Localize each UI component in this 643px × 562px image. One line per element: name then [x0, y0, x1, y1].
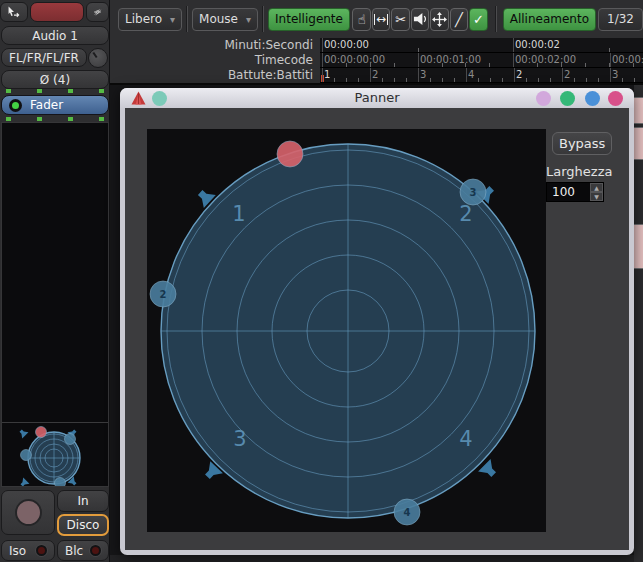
processor-box[interactable] [1, 122, 109, 487]
ruler-minor-tick [622, 78, 623, 82]
ruler-minor-tick [418, 48, 419, 52]
spin-up-button[interactable]: ▲ [590, 183, 603, 192]
solo-isolate-led [36, 545, 47, 556]
speaker-icon [19, 478, 30, 486]
monitor-input-button[interactable]: In [57, 490, 109, 512]
width-value: 100 [547, 183, 590, 201]
solo-isolate-button[interactable]: Iso [1, 540, 55, 561]
ruler-minor-tick [334, 78, 335, 82]
line-icon: ╱ [455, 12, 463, 27]
speaker-number-label: 1 [232, 202, 245, 226]
ruler-minor-tick [358, 78, 359, 82]
spin-down-button[interactable]: ▼ [590, 192, 603, 201]
speaker-number-label: 4 [459, 427, 472, 451]
fader-active-led[interactable] [9, 99, 22, 112]
ruler-minor-tick [346, 78, 347, 82]
edit-tool-button[interactable]: ✓ [469, 8, 487, 31]
panner-handle-red[interactable] [36, 427, 47, 438]
cut-tool-button[interactable]: ✂ [391, 8, 409, 31]
speaker-icon [413, 12, 428, 26]
ruler-lane-minutes-seconds[interactable]: 00:00:0000:00:02 [320, 38, 643, 53]
eye-slash-icon [93, 5, 102, 19]
panner-handle-red[interactable] [55, 478, 66, 487]
width-spinbox[interactable]: 100 ▲ ▼ [546, 182, 604, 202]
edit-point-dropdown[interactable]: Libero ▾ [118, 8, 182, 31]
dialog-title: Panner [120, 90, 634, 105]
ruler-major-tick [562, 68, 563, 82]
ruler-minor-tick [634, 78, 635, 82]
toolbar-separator [186, 6, 188, 32]
ruler-minor-tick [490, 78, 491, 82]
ruler-mark: 2 [516, 69, 522, 80]
fader-processor-button[interactable]: Fader [1, 95, 109, 115]
bypass-button[interactable]: Bypass [552, 132, 612, 155]
record-enable-button[interactable] [30, 2, 84, 22]
ruler-major-tick [466, 68, 467, 82]
window-dot-green-icon[interactable] [560, 91, 575, 106]
ruler-major-tick [418, 53, 419, 67]
editor-toolbar: Libero ▾ Mouse ▾ Intelligente ☝ ↔ ✂ [110, 0, 643, 38]
speaker-icon [18, 428, 29, 439]
panner-2d-canvas[interactable]: 1234234 [147, 129, 546, 532]
speaker-number-label: 2 [459, 202, 472, 226]
mouse-mode-dropdown[interactable]: Mouse ▾ [192, 8, 258, 31]
dialog-titlebar[interactable]: Panner [120, 88, 634, 108]
record-blink-lamp [15, 499, 42, 526]
ruler-minor-tick [586, 78, 587, 82]
panner-dialog: Panner 1234234 Bypass Larghezza 100 ▲ ▼ [120, 88, 634, 555]
ruler-mark: 00:00:02 [515, 39, 560, 50]
ruler-mark: 3 [612, 69, 618, 80]
phase-invert-button[interactable]: Ø (4) [1, 70, 109, 89]
window-dot-blue-icon[interactable] [585, 91, 600, 106]
ruler-label-minutes-seconds[interactable]: Minuti:Secondi [110, 38, 320, 53]
ruler-mark: 3 [420, 69, 426, 80]
panner-handle-red[interactable] [65, 434, 76, 445]
timeline-rulers: Minuti:Secondi 00:00:0000:00:02 Timecode… [110, 38, 643, 85]
ruler-major-tick [322, 38, 323, 52]
solo-isolate-label: Iso [9, 544, 26, 558]
solo-lock-button[interactable]: Blc [57, 540, 109, 561]
routing-button[interactable]: FL/FR/FL/FR [1, 48, 87, 67]
monitor-disk-button[interactable]: Disco [57, 514, 109, 536]
ruler-major-tick [513, 38, 514, 52]
ruler-minor-tick [430, 78, 431, 82]
checkbox-check-icon: ✓ [473, 12, 484, 27]
align-button[interactable]: Allineamento [503, 8, 596, 31]
ruler-mark: 2 [564, 69, 570, 80]
ruler-major-tick [370, 68, 371, 82]
ruler-label-timecode[interactable]: Timecode [110, 53, 320, 68]
ruler-mark: 00:00:00 [324, 39, 369, 50]
ruler-lane-bars-beats[interactable]: 1234223 [320, 68, 643, 83]
editor-track-area-sliver [634, 85, 643, 562]
hide-track-button[interactable] [86, 2, 109, 22]
audio-region-fragment [634, 224, 643, 269]
drag-tool-button[interactable] [0, 2, 28, 22]
ruler-label-bars-beats[interactable]: Battute:Battiti [110, 68, 320, 83]
panner-preview[interactable] [2, 422, 108, 486]
panner-handle-red[interactable] [277, 141, 303, 167]
hand-icon: ☝ [358, 12, 366, 27]
panner-handle-label: 3 [470, 187, 477, 198]
draw-tool-button[interactable]: ╱ [450, 8, 468, 31]
window-dot-lavender-icon[interactable] [536, 91, 551, 106]
smart-mode-button[interactable]: Intelligente [268, 8, 350, 31]
track-name-button[interactable]: Audio 1 [1, 26, 109, 45]
window-dot-pink-icon[interactable] [608, 91, 623, 106]
stretch-tool-button[interactable] [430, 8, 448, 31]
ruler-minor-tick [598, 78, 599, 82]
record-blink-button[interactable] [1, 490, 55, 535]
trim-knob[interactable] [88, 48, 108, 68]
solo-lock-led [90, 545, 101, 556]
range-arrows-icon: ↔ [374, 14, 388, 25]
range-tool-button[interactable]: ↔ [372, 8, 390, 31]
grab-tool-button[interactable]: ☝ [352, 8, 370, 31]
ruler-lane-timecode[interactable]: 00:00:00:0000:00:01:0000:00:02:0000:00:0… [320, 53, 643, 68]
editor-mixer-strip: Audio 1 FL/FR/FL/FR Ø (4) Fader In Disco… [0, 0, 110, 562]
grid-setting-button[interactable]: 1/32 [598, 8, 643, 31]
audition-tool-button[interactable] [411, 8, 429, 31]
audio-region-fragment [634, 97, 643, 124]
ruler-major-tick [322, 68, 323, 82]
ruler-mark: 1 [324, 69, 330, 80]
panner-handle-red[interactable] [21, 450, 32, 461]
panner-handle-label: 4 [404, 507, 411, 518]
